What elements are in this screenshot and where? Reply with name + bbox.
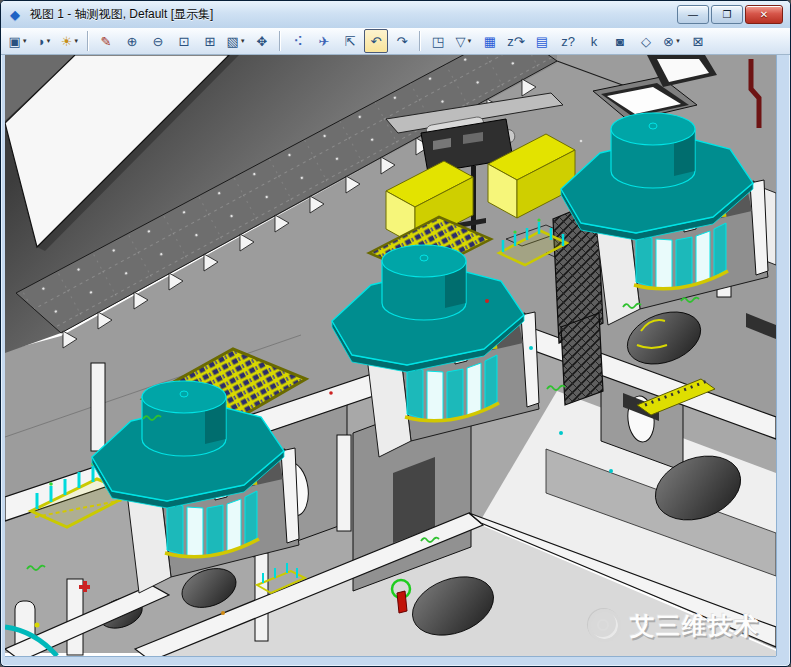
zoom-selected-icon[interactable]: ⊗▼ [660, 29, 684, 53]
3d-viewport[interactable]: 艾三维技术 [5, 55, 776, 656]
section-icon[interactable]: ◳ [426, 29, 450, 53]
z-up-icon[interactable]: z↷ [504, 29, 528, 53]
paint-brush-icon[interactable]: ✎ [94, 29, 118, 53]
lighting-icon[interactable]: ☀▼ [58, 29, 82, 53]
view-cube-icon[interactable]: ▧▼ [224, 29, 248, 53]
snapshot-icon[interactable]: ◙ [608, 29, 632, 53]
review-icon[interactable]: ▤ [530, 29, 554, 53]
zoom-fit-icon[interactable]: ⊞ [198, 29, 222, 53]
grid-icon[interactable]: ▦ [478, 29, 502, 53]
close-button[interactable]: ✕ [745, 5, 783, 24]
viewer-window: ◆ 视图 1 - 轴测视图, Default [显示集] —❐✕ ▣▼◑▼☀▼✎… [0, 0, 791, 667]
zoom-selected-dropdown-icon[interactable]: ▼ [675, 38, 681, 44]
z-query-icon[interactable]: z? [556, 29, 580, 53]
render-mode-dropdown-icon[interactable]: ▼ [45, 38, 51, 44]
minimize-button[interactable]: — [677, 5, 709, 24]
display-set-dropdown-icon[interactable]: ▼ [22, 38, 28, 44]
toolbar-separator [87, 31, 89, 51]
zoom-window-icon[interactable]: ⊡ [172, 29, 196, 53]
move-cube-icon[interactable]: ⊠ [686, 29, 710, 53]
view-cube-dropdown-icon[interactable]: ▼ [240, 38, 246, 44]
restore-button[interactable]: ❐ [711, 5, 743, 24]
key-plan-icon[interactable]: k [582, 29, 606, 53]
toolbar-separator [419, 31, 421, 51]
lighting-dropdown-icon[interactable]: ▼ [73, 38, 79, 44]
free-orbit-icon[interactable]: ↷ [390, 29, 414, 53]
window-controls: —❐✕ [677, 5, 783, 24]
window-title: 视图 1 - 轴测视图, Default [显示集] [30, 6, 213, 23]
orbit-icon[interactable]: ↶ [364, 29, 388, 53]
render-mode-icon[interactable]: ◑▼ [32, 29, 56, 53]
zoom-out-icon[interactable]: ⊖ [146, 29, 170, 53]
wire-cube-icon[interactable]: ◇ [634, 29, 658, 53]
walk-icon[interactable]: ⠪ [286, 29, 310, 53]
main-toolbar: ▣▼◑▼☀▼✎⊕⊖⊡⊞▧▼✥⠪✈⇱↶↷◳▽▼▦z↷▤z?k◙◇⊗▼⊠ [1, 28, 790, 55]
selection-filter-dropdown-icon[interactable]: ▼ [467, 38, 473, 44]
title-bar[interactable]: ◆ 视图 1 - 轴测视图, Default [显示集] —❐✕ [1, 1, 790, 28]
zoom-in-icon[interactable]: ⊕ [120, 29, 144, 53]
3d-scene [5, 55, 776, 656]
display-set-icon[interactable]: ▣▼ [6, 29, 30, 53]
pan-icon[interactable]: ✥ [250, 29, 274, 53]
app-cube-icon: ◆ [10, 8, 24, 22]
fly-icon[interactable]: ✈ [312, 29, 336, 53]
selection-filter-icon[interactable]: ▽▼ [452, 29, 476, 53]
toolbar-separator [279, 31, 281, 51]
view-back-icon[interactable]: ⇱ [338, 29, 362, 53]
